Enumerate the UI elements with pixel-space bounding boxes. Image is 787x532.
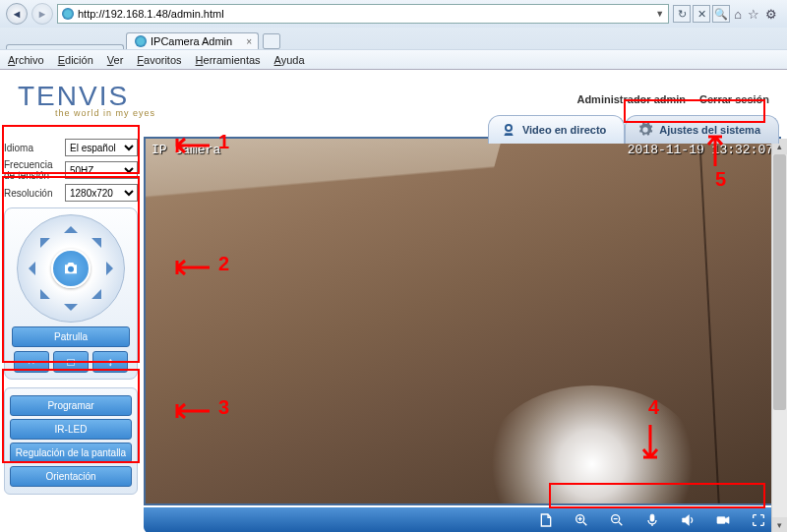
orientation-button[interactable]: Orientación [10, 466, 132, 487]
callout-label-5: 5 [715, 168, 726, 191]
ptz-down[interactable] [64, 304, 78, 318]
browser-chrome: ◄ ► http://192.168.1.48/admin.html ▼ ↻ ✕… [0, 0, 787, 70]
patrol-button[interactable]: Patrulla [12, 326, 130, 347]
window-icons: ⌂ ☆ ⚙ [734, 7, 781, 22]
nav-fwd-button[interactable]: ► [31, 3, 53, 25]
url-actions: ↻ ✕ 🔍 [673, 5, 730, 23]
flip-vertical-button[interactable]: ↕ [92, 351, 128, 373]
menu-ver[interactable]: Ver [107, 54, 124, 66]
flip-horizontal-button[interactable]: ↔ [14, 351, 49, 373]
vertical-scrollbar[interactable]: ▴ ▾ [771, 139, 787, 532]
irled-button[interactable]: IR-LED [10, 419, 132, 440]
webcam-icon [501, 122, 516, 138]
address-bar-row: ◄ ► http://192.168.1.48/admin.html ▼ ↻ ✕… [0, 0, 787, 28]
secondary-controls: Programar IR-LED Regulación de la pantal… [4, 387, 138, 495]
gear-icon [637, 122, 653, 138]
page-tabs: Video en directo Ajustes del sistema [488, 115, 779, 144]
video-toolbar [144, 507, 781, 532]
settings-block: Idioma El español Frecuencia de tensión … [4, 139, 138, 202]
url-dropdown-icon[interactable]: ▼ [655, 9, 664, 19]
page-favicon [62, 8, 74, 20]
tab-live-label: Video en directo [522, 124, 606, 136]
menu-edicion[interactable]: Edición [58, 54, 93, 66]
callout-arrow-5 [704, 127, 726, 174]
ptz-right[interactable] [106, 262, 120, 275]
ptz-up[interactable] [64, 219, 78, 233]
screen-adjust-button[interactable]: Regulación de la pantalla [10, 443, 132, 463]
scroll-down-arrow[interactable]: ▾ [772, 517, 787, 532]
url-input[interactable]: http://192.168.1.48/admin.html ▼ [57, 4, 669, 24]
page-body: TENVIS the world in my eyes Administrado… [0, 70, 787, 532]
osd-timestamp: 2018-11-19 13:32:07 [628, 143, 773, 157]
nav-back-button[interactable]: ◄ [6, 3, 28, 25]
search-button[interactable]: 🔍 [712, 5, 730, 23]
frequency-label: Frecuencia de tensión [4, 159, 65, 181]
tab-live-video[interactable]: Video en directo [488, 115, 625, 144]
logout-link[interactable]: Cerrar sesión [699, 93, 769, 105]
ptz-snapshot-button[interactable] [51, 249, 91, 288]
callout-arrow-1 [165, 135, 214, 160]
callout-label-4: 4 [648, 396, 659, 419]
callout-arrow-4 [639, 420, 661, 473]
svg-rect-5 [650, 514, 654, 521]
menu-favoritos[interactable]: Favoritos [137, 54, 181, 66]
ptz-left[interactable] [22, 262, 35, 275]
callout-arrow-3 [165, 400, 214, 426]
logo: TENVIS the world in my eyes [18, 81, 155, 118]
frequency-select[interactable]: 50HZ [65, 161, 138, 179]
record-icon[interactable] [714, 511, 732, 529]
svg-point-2 [68, 266, 74, 272]
user-links: Administrador admin Cerrar sesión [576, 93, 769, 105]
menu-archivo[interactable]: Archivo [8, 54, 44, 66]
admin-label[interactable]: Administrador admin [576, 93, 686, 105]
stop-button[interactable]: ✕ [693, 5, 710, 23]
callout-arrow-2 [165, 257, 214, 282]
scroll-thumb[interactable] [773, 154, 786, 410]
tab-close-icon[interactable]: × [246, 36, 252, 47]
menu-ayuda[interactable]: Ayuda [274, 54, 305, 66]
snapshot-icon[interactable] [537, 511, 555, 529]
callout-label-2: 2 [218, 253, 229, 275]
menu-bar: Archivo Edición Ver Favoritos Herramient… [0, 49, 787, 69]
callout-label-3: 3 [218, 396, 229, 419]
url-text: http://192.168.1.48/admin.html [78, 8, 224, 20]
ptz-stop-button[interactable]: □ [53, 351, 89, 373]
video-area: IP Camera 2018-11-19 13:32:07 [144, 137, 781, 532]
main-row: Idioma El español Frecuencia de tensión … [0, 137, 787, 532]
light-glare [484, 385, 700, 505]
tab-title: IPCamera Admin [151, 35, 232, 47]
refresh-button[interactable]: ↻ [673, 5, 691, 23]
svg-rect-6 [717, 517, 725, 524]
ptz-panel: Patrulla ↔ □ ↕ [4, 207, 138, 380]
fullscreen-icon[interactable] [750, 511, 767, 529]
video-feed[interactable]: IP Camera 2018-11-19 13:32:07 [144, 137, 781, 505]
ptz-down-right[interactable] [91, 289, 111, 309]
ptz-flip-row: ↔ □ ↕ [11, 351, 131, 373]
ptz-up-right[interactable] [91, 228, 111, 248]
speaker-icon[interactable] [679, 511, 696, 529]
resolution-select[interactable]: 1280x720 [65, 184, 138, 202]
new-tab-button[interactable] [263, 33, 280, 49]
program-button[interactable]: Programar [10, 395, 132, 416]
menu-herramientas[interactable]: Herramientas [196, 54, 261, 66]
ptz-up-left[interactable] [30, 228, 50, 248]
active-tab[interactable]: IPCamera Admin × [126, 32, 259, 49]
ptz-pad [17, 214, 125, 323]
blank-tab[interactable] [6, 44, 124, 49]
microphone-icon[interactable] [643, 511, 661, 529]
favorites-icon[interactable]: ☆ [748, 7, 759, 22]
browser-tabs: IPCamera Admin × [0, 28, 787, 49]
home-icon[interactable]: ⌂ [734, 7, 742, 22]
language-label: Idioma [4, 143, 65, 153]
zoom-out-icon[interactable] [608, 511, 626, 529]
tools-icon[interactable]: ⚙ [765, 7, 777, 22]
zoom-in-icon[interactable] [573, 511, 590, 529]
svg-point-1 [507, 126, 511, 130]
language-select[interactable]: El español [65, 139, 138, 156]
tab-favicon [135, 35, 147, 47]
tab-system-settings[interactable]: Ajustes del sistema [625, 115, 779, 144]
sidebar: Idioma El español Frecuencia de tensión … [0, 137, 142, 532]
ptz-down-left[interactable] [30, 289, 50, 309]
resolution-label: Resolución [4, 188, 65, 199]
callout-label-1: 1 [218, 131, 229, 153]
